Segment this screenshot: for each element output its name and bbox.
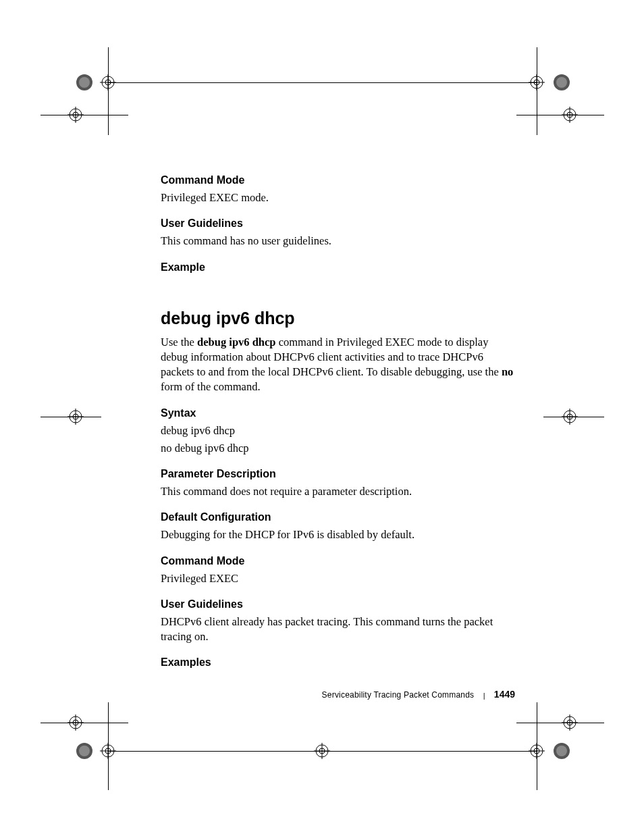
heading-user-guidelines-2: User Guidelines [161, 598, 515, 610]
registration-mark-icon [100, 743, 116, 759]
crop-line [516, 723, 604, 723]
heading-user-guidelines-1: User Guidelines [161, 217, 515, 230]
intro-bold1: debug ipv6 dhcp [197, 336, 275, 348]
heading-param-desc: Parameter Description [161, 468, 515, 480]
registration-mark-icon [68, 107, 84, 123]
svg-point-47 [556, 77, 567, 88]
registration-mark-icon [562, 714, 578, 731]
registration-mark-icon [562, 107, 578, 123]
command-intro: Use the debug ipv6 dhcp command in Privi… [161, 335, 515, 395]
heading-default-config: Default Configuration [161, 511, 515, 523]
registration-mark-icon [100, 74, 116, 90]
command-title: debug ipv6 dhcp [161, 309, 515, 328]
registration-mark-icon [562, 409, 578, 425]
sunburst-ornament-icon [552, 741, 572, 761]
intro-pre: Use the [161, 336, 197, 348]
body-user-guidelines-2: DHCPv6 client already has packet tracing… [161, 615, 515, 645]
sunburst-ornament-icon [74, 72, 95, 93]
page-footer: Serviceability Tracing Packet Commands |… [161, 689, 515, 700]
heading-syntax: Syntax [161, 407, 515, 419]
crop-line [41, 723, 128, 723]
page-content: Command Mode Privileged EXEC mode. User … [161, 174, 515, 673]
crop-line [108, 82, 537, 83]
footer-page-number: 1449 [494, 689, 515, 700]
crop-line [537, 47, 537, 135]
body-command-mode-1: Privileged EXEC mode. [161, 190, 515, 205]
body-user-guidelines-1: This command has no user guidelines. [161, 234, 515, 249]
heading-command-mode-2: Command Mode [161, 555, 515, 567]
registration-mark-icon [68, 409, 84, 425]
registration-mark-icon [68, 714, 84, 731]
sunburst-ornament-icon [74, 741, 95, 761]
sunburst-ornament-icon [552, 72, 572, 93]
registration-mark-icon [529, 74, 545, 90]
registration-mark-icon [529, 743, 545, 759]
intro-bold2: no [502, 365, 513, 378]
registration-mark-icon [314, 743, 330, 759]
intro-post: form of the command. [161, 380, 261, 393]
svg-point-45 [79, 77, 90, 88]
body-command-mode-2: Privileged EXEC [161, 571, 515, 586]
syntax-line-2: no debug ipv6 dhcp [161, 441, 515, 456]
crop-line [516, 115, 604, 115]
syntax-line-1: debug ipv6 dhcp [161, 423, 515, 438]
heading-examples: Examples [161, 656, 515, 669]
footer-title: Serviceability Tracing Packet Commands [322, 690, 475, 700]
footer-divider: | [483, 692, 485, 700]
body-param-desc: This command does not require a paramete… [161, 484, 515, 499]
heading-command-mode-1: Command Mode [161, 174, 515, 186]
body-default-config: Debugging for the DHCP for IPv6 is disab… [161, 527, 515, 542]
svg-point-51 [556, 746, 567, 756]
heading-example-1: Example [161, 261, 515, 273]
crop-line [108, 47, 109, 135]
crop-line [41, 115, 128, 115]
svg-point-49 [79, 746, 90, 756]
